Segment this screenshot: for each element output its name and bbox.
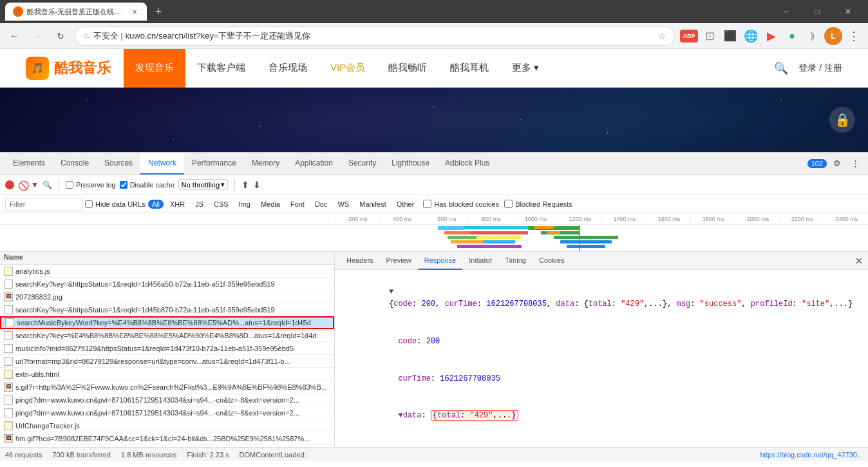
tab-performance[interactable]: Performance [184, 153, 244, 175]
req-name: searchMusicBykeyWord?key=%E4%B8%8B%E8%BE… [17, 319, 311, 327]
request-item-search-music[interactable]: searchMusicBykeyWord?key=%E4%B8%8B%E8%BE… [0, 316, 334, 329]
nav-download-client[interactable]: 下载客户端 [185, 49, 257, 88]
tab-favicon: 🎵 [13, 6, 23, 17]
request-item-musicinfo[interactable]: musicInfo?mid=86279129&httpsStatus=1&req… [0, 342, 334, 355]
request-item-analytics[interactable]: analytics.js [0, 265, 334, 278]
menu-icon[interactable]: ⋮ [845, 27, 863, 45]
panel-close-btn[interactable]: ✕ [855, 256, 863, 266]
filter-js-btn[interactable]: JS [191, 200, 207, 209]
record-btn[interactable] [5, 180, 14, 189]
request-item-urlchange[interactable]: UrlChangeTracker.js [0, 419, 334, 432]
request-item-pingd1[interactable]: pingd?dm=www.kuwo.cn&pvi=871061571295143… [0, 394, 334, 406]
hide-data-urls-label[interactable]: Hide data URLs [85, 200, 146, 208]
tab-close-btn[interactable]: ✕ [130, 7, 139, 16]
minimize-btn[interactable]: ─ [771, 0, 801, 23]
request-item-pingd2[interactable]: pingd?dm=www.kuwo.cn&pvi=871061571295143… [0, 406, 334, 419]
filter-font-btn[interactable]: Font [287, 200, 308, 209]
json-root-line: ▼ {code: 200, curTime: 1621267708035, da… [343, 274, 860, 323]
nav-kuwo-earphones[interactable]: 酷我耳机 [439, 49, 500, 88]
filter-ws-btn[interactable]: WS [334, 200, 353, 209]
import-btn[interactable]: ⬆ [241, 180, 249, 190]
nav-more[interactable]: 更多 ▾ [500, 49, 551, 88]
request-item-sgif[interactable]: 🖼 s.gif?r=http%3A%2F%2Fwww.kuwo.cn%2Fsea… [0, 381, 334, 394]
request-item-url[interactable]: url?format=mp3&rid=86279129&response=url… [0, 355, 334, 368]
filter-media-btn[interactable]: Media [257, 200, 284, 209]
tab-sources[interactable]: Sources [97, 153, 140, 175]
filter-other-btn[interactable]: Other [393, 200, 419, 209]
ext-icon-4[interactable]: ▶ [762, 27, 780, 45]
tab-console[interactable]: Console [53, 153, 97, 175]
has-blocked-checkbox[interactable] [423, 200, 431, 208]
disable-cache-label[interactable]: Disable cache [120, 181, 175, 189]
login-btn[interactable]: 登录 / 注册 [798, 62, 842, 74]
request-item-extn[interactable]: extn-utils.html [0, 368, 334, 381]
nav-discover-music[interactable]: 发现音乐 [124, 49, 185, 88]
close-btn[interactable]: ✕ [833, 0, 863, 23]
nav-vip[interactable]: VIP会员 [319, 49, 377, 88]
panel-tab-cookies[interactable]: Cookies [533, 252, 571, 270]
request-item-searchkey3[interactable]: searchKey?key=%E4%B8%8B%E8%BE%88%E5%AD%9… [0, 329, 334, 342]
clear-btn[interactable]: 🚫 [18, 180, 27, 189]
panel-tab-timing[interactable]: Timing [498, 252, 533, 270]
preserve-log-label[interactable]: Preserve log [66, 181, 116, 189]
site-logo[interactable]: 🎵 酷我音乐 [26, 57, 111, 80]
request-item-img[interactable]: 🖼 207285832.jpg [0, 291, 334, 303]
active-tab[interactable]: 🎵 酷我音乐-无损音质正版在线试听 ✕ [5, 3, 147, 21]
throttle-select[interactable]: No throttling ▾ [178, 179, 228, 190]
ext-icon-1[interactable]: ⊡ [701, 27, 719, 45]
disable-cache-checkbox[interactable] [120, 181, 127, 189]
export-btn[interactable]: ⬇ [253, 180, 261, 190]
new-tab-btn[interactable]: + [149, 3, 167, 21]
tab-adblock[interactable]: Adblock Plus [437, 153, 497, 175]
ext-icon-6[interactable]: ⟫ [804, 27, 822, 45]
expand-arrow-data[interactable]: ▼ [398, 411, 402, 420]
search-icon[interactable]: 🔍 [774, 61, 788, 75]
panel-tab-response[interactable]: Response [418, 252, 463, 270]
panel-tab-initiator[interactable]: Initiator [462, 252, 498, 270]
request-item-searchkey2[interactable]: searchKey?key=&httpsStatus=1&reqId=1d45b… [0, 303, 334, 316]
filter-manifest-btn[interactable]: Manifest [355, 200, 390, 209]
refresh-btn[interactable]: ↻ [52, 27, 70, 45]
svg-rect-7 [476, 236, 522, 239]
filter-css-btn[interactable]: CSS [210, 200, 232, 209]
devtools-more-btn[interactable]: ⋮ [847, 156, 863, 171]
filter-img-btn[interactable]: Img [235, 200, 254, 209]
tab-memory[interactable]: Memory [244, 153, 287, 175]
back-btn[interactable]: ← [5, 27, 23, 45]
tab-security[interactable]: Security [341, 153, 384, 175]
request-item-searchkey1[interactable]: searchKey?key=&httpsStatus=1&reqId=1d456… [0, 278, 334, 291]
filter-icon-btn[interactable]: ▼ [31, 180, 39, 189]
ext-icon-3[interactable]: 🌐 [742, 27, 760, 45]
panel-tab-headers[interactable]: Headers [340, 252, 380, 270]
bookmark-icon[interactable]: ☆ [658, 31, 666, 41]
preserve-log-checkbox[interactable] [66, 181, 73, 189]
profile-icon[interactable]: L [824, 27, 842, 45]
tab-network[interactable]: Network [140, 153, 184, 175]
expand-arrow-root[interactable]: ▼ [389, 287, 393, 296]
blocked-requests-checkbox[interactable] [504, 200, 513, 208]
ext-icon-5[interactable]: ● [783, 27, 801, 45]
filter-input[interactable] [5, 198, 82, 211]
blog-url[interactable]: https://blog.csdn.net/qq_42730... [760, 451, 863, 459]
filter-xhr-btn[interactable]: XHR [166, 200, 189, 209]
nav-kuwo-listen[interactable]: 酷我畅听 [377, 49, 439, 88]
filter-doc-btn[interactable]: Doc [311, 200, 332, 209]
tab-application[interactable]: Application [287, 153, 341, 175]
tab-lighthouse[interactable]: Lighthouse [384, 153, 437, 175]
address-bar-input[interactable]: ⚠ 不安全 | kuwo.cn/search/list?key=下辈子不一定还能… [75, 26, 675, 46]
blocked-requests-label[interactable]: Blocked Requests [504, 200, 572, 208]
devtools-settings-btn[interactable]: ⚙ [829, 156, 845, 171]
hide-data-urls-checkbox[interactable] [85, 200, 93, 208]
tab-elements[interactable]: Elements [5, 153, 53, 175]
maximize-btn[interactable]: □ [802, 0, 832, 23]
site-actions: 🔍 登录 / 注册 [774, 61, 842, 75]
network-search-btn[interactable]: 🔍 [42, 180, 52, 189]
abp-extension-icon[interactable]: ABP [680, 30, 698, 43]
has-blocked-label[interactable]: Has blocked cookies [423, 200, 499, 208]
panel-tab-preview[interactable]: Preview [380, 252, 418, 270]
filter-all-btn[interactable]: All [148, 200, 164, 209]
request-item-hmgif[interactable]: 🖼 hm.gif?hca=7B9082EBE74F9CAA&cc=1&ck=1&… [0, 432, 334, 445]
ext-icon-2[interactable]: ⬛ [721, 27, 739, 45]
forward-btn[interactable]: → [28, 27, 46, 45]
nav-live-music[interactable]: 音乐现场 [257, 49, 319, 88]
